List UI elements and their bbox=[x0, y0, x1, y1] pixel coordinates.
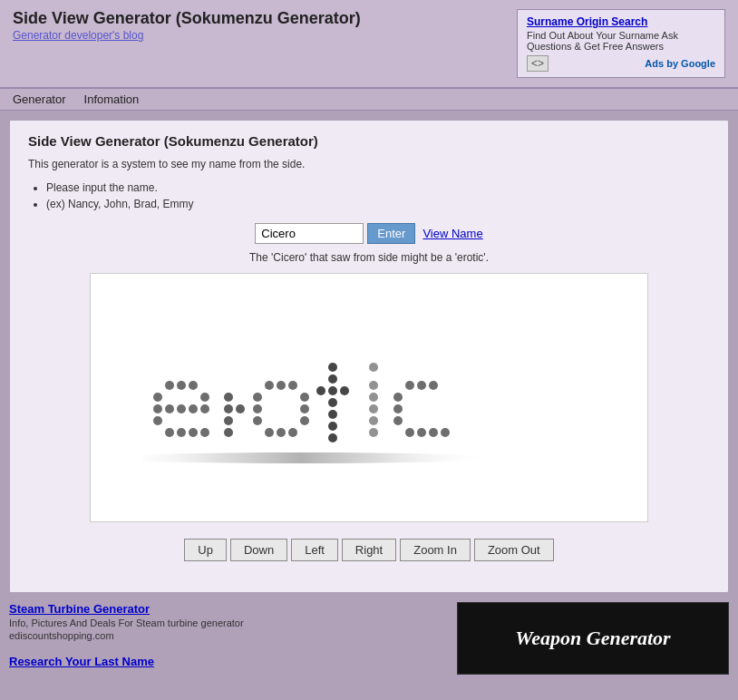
ads-by-google: Ads by Google bbox=[645, 58, 715, 69]
svg-point-47 bbox=[405, 381, 414, 390]
svg-point-49 bbox=[429, 381, 438, 390]
svg-point-27 bbox=[253, 416, 262, 425]
svg-point-23 bbox=[253, 393, 262, 402]
svg-point-16 bbox=[224, 404, 233, 413]
ad-title-link[interactable]: Surname Origin Search bbox=[527, 15, 647, 28]
header: Side View Generator (Sokumenzu Generator… bbox=[0, 0, 738, 89]
svg-point-34 bbox=[316, 386, 325, 395]
down-button[interactable]: Down bbox=[230, 539, 287, 561]
svg-point-51 bbox=[393, 404, 403, 413]
bottom-section: Steam Turbine Generator Info, Pictures A… bbox=[0, 602, 738, 684]
header-left: Side View Generator (Sokumenzu Generator… bbox=[13, 9, 361, 42]
page-title: Side View Generator (Sokumenzu Generator… bbox=[28, 133, 710, 149]
svg-point-10 bbox=[153, 416, 162, 425]
svg-point-38 bbox=[328, 410, 337, 419]
svg-point-43 bbox=[369, 393, 378, 402]
nav-infomation[interactable]: Infomation bbox=[84, 92, 140, 106]
svg-point-4 bbox=[200, 393, 209, 402]
svg-point-18 bbox=[224, 416, 233, 425]
svg-point-37 bbox=[328, 398, 337, 407]
ad-footer: <> Ads by Google bbox=[527, 55, 715, 72]
svg-point-53 bbox=[405, 428, 414, 437]
svg-point-13 bbox=[189, 428, 198, 437]
left-button[interactable]: Left bbox=[291, 539, 338, 561]
nav-buttons: Up Down Left Right Zoom In Zoom Out bbox=[28, 539, 710, 561]
up-button[interactable]: Up bbox=[184, 539, 227, 561]
svg-point-14 bbox=[200, 428, 209, 437]
svg-point-50 bbox=[393, 393, 403, 402]
svg-point-29 bbox=[265, 428, 274, 437]
svg-point-41 bbox=[369, 363, 378, 372]
steam-turbine-domain: ediscountshopping.com bbox=[9, 630, 448, 641]
svg-point-55 bbox=[429, 428, 438, 437]
svg-point-56 bbox=[441, 428, 450, 437]
svg-point-52 bbox=[393, 416, 403, 425]
svg-point-44 bbox=[369, 404, 378, 413]
svg-point-5 bbox=[153, 404, 162, 413]
view-name-link[interactable]: View Name bbox=[422, 227, 482, 240]
svg-point-19 bbox=[224, 428, 233, 437]
weapon-gen-text: Weapon Generator bbox=[515, 627, 670, 650]
svg-point-33 bbox=[328, 374, 337, 384]
svg-point-35 bbox=[328, 386, 337, 395]
svg-point-48 bbox=[417, 381, 426, 390]
nav-generator[interactable]: Generator bbox=[13, 92, 66, 106]
svg-point-32 bbox=[328, 363, 337, 372]
zoom-out-button[interactable]: Zoom Out bbox=[474, 539, 554, 561]
svg-point-1 bbox=[177, 381, 186, 390]
svg-point-6 bbox=[165, 404, 174, 413]
svg-point-11 bbox=[165, 428, 174, 437]
ads-by-label: Ads by bbox=[645, 58, 678, 69]
ad-description: Find Out About Your Surname Ask Question… bbox=[527, 30, 715, 52]
svg-point-31 bbox=[288, 428, 297, 437]
steam-turbine-desc: Info, Pictures And Deals For Steam turbi… bbox=[9, 617, 448, 628]
input-area: Enter View Name bbox=[28, 223, 710, 244]
svg-point-57 bbox=[142, 452, 491, 463]
svg-point-26 bbox=[300, 404, 309, 413]
dot-matrix-display bbox=[142, 295, 596, 494]
svg-point-7 bbox=[177, 404, 186, 413]
steam-turbine-link[interactable]: Steam Turbine Generator bbox=[9, 602, 150, 616]
svg-point-17 bbox=[236, 404, 245, 413]
svg-point-46 bbox=[369, 428, 378, 437]
svg-point-28 bbox=[300, 416, 309, 425]
svg-point-8 bbox=[189, 404, 198, 413]
instruction-2: (ex) Nancy, John, Brad, Emmy bbox=[46, 198, 710, 210]
enter-button[interactable]: Enter bbox=[367, 223, 415, 244]
bottom-left-ads: Steam Turbine Generator Info, Pictures A… bbox=[9, 602, 448, 675]
svg-point-45 bbox=[369, 416, 378, 425]
svg-point-20 bbox=[265, 381, 274, 390]
instruction-1: Please input the name. bbox=[46, 181, 710, 194]
svg-point-9 bbox=[200, 404, 209, 413]
weapon-generator-banner[interactable]: Weapon Generator bbox=[457, 602, 729, 675]
svg-point-22 bbox=[288, 381, 297, 390]
ad-arrows[interactable]: <> bbox=[527, 55, 549, 72]
zoom-in-button[interactable]: Zoom In bbox=[400, 539, 471, 561]
right-button[interactable]: Right bbox=[342, 539, 396, 561]
svg-point-30 bbox=[277, 428, 286, 437]
svg-point-21 bbox=[277, 381, 286, 390]
svg-point-15 bbox=[224, 393, 233, 402]
result-text: The 'Cicero' that saw from side might be… bbox=[28, 251, 710, 264]
svg-point-54 bbox=[417, 428, 426, 437]
description: This generator is a system to see my nam… bbox=[28, 158, 710, 170]
navigation: Generator Infomation bbox=[0, 89, 738, 111]
main-content: Side View Generator (Sokumenzu Generator… bbox=[9, 120, 729, 593]
site-title: Side View Generator (Sokumenzu Generator… bbox=[13, 9, 361, 28]
svg-point-3 bbox=[153, 393, 162, 402]
svg-point-36 bbox=[340, 386, 349, 395]
developer-blog-link[interactable]: Generator developer's blog bbox=[13, 29, 143, 42]
svg-point-25 bbox=[253, 404, 262, 413]
research-last-name-link[interactable]: Research Your Last Name bbox=[9, 655, 154, 668]
display-box bbox=[90, 273, 648, 522]
svg-point-40 bbox=[328, 433, 337, 442]
name-input[interactable] bbox=[255, 223, 364, 244]
google-label: Google bbox=[681, 58, 715, 69]
svg-point-0 bbox=[165, 381, 174, 390]
instructions-list: Please input the name. (ex) Nancy, John,… bbox=[46, 181, 710, 210]
svg-point-24 bbox=[300, 393, 309, 402]
svg-point-2 bbox=[189, 381, 198, 390]
svg-point-39 bbox=[328, 422, 337, 431]
bottom-right-banner: Weapon Generator bbox=[457, 602, 729, 675]
svg-point-42 bbox=[369, 381, 378, 390]
